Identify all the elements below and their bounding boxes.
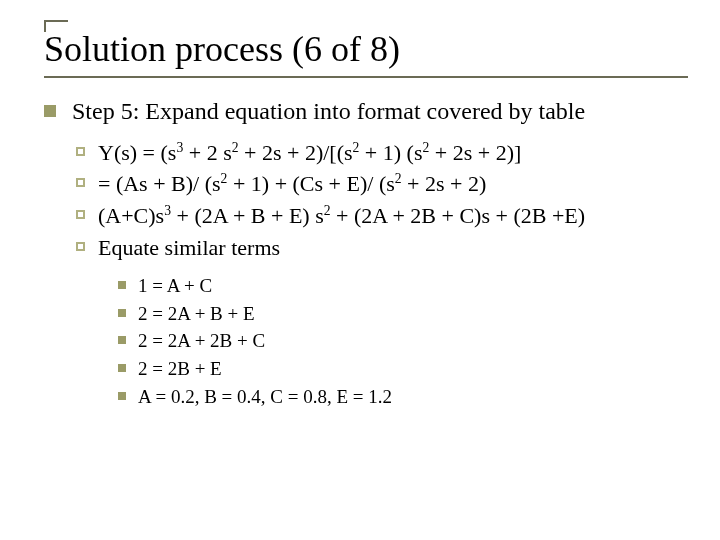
step-heading: Step 5: Expand equation into format cove…	[72, 98, 585, 124]
eq2-b: + 1) + (Cs + E)/ (s	[227, 171, 394, 196]
term-4: 2 = 2B + E	[116, 355, 688, 383]
eq1-b: + 2 s	[183, 140, 231, 165]
slide: Solution process (6 of 8) Step 5: Expand…	[0, 0, 720, 540]
sup-2: 2	[232, 139, 239, 154]
step-item: Step 5: Expand equation into format cove…	[44, 96, 688, 410]
equation-2: = (As + B)/ (s2 + 1) + (Cs + E)/ (s2 + 2…	[72, 169, 688, 199]
eq3-a: (A+C)s	[98, 203, 164, 228]
term-5: A = 0.2, B = 0.4, C = 0.8, E = 1.2	[116, 383, 688, 411]
term-3: 2 = 2A + 2B + C	[116, 327, 688, 355]
level1-list: Step 5: Expand equation into format cove…	[44, 96, 688, 410]
term-2: 2 = 2A + B + E	[116, 300, 688, 328]
page-title: Solution process (6 of 8)	[44, 30, 688, 70]
eq2-a: = (As + B)/ (s	[98, 171, 221, 196]
equation-3: (A+C)s3 + (2A + B + E) s2 + (2A + 2B + C…	[72, 201, 688, 231]
level3-list: 1 = A + C 2 = 2A + B + E 2 = 2A + 2B + C…	[116, 272, 688, 410]
level2-list: Y(s) = (s3 + 2 s2 + 2s + 2)/[(s2 + 1) (s…	[72, 138, 688, 410]
eq3-b: + (2A + B + E) s	[171, 203, 324, 228]
equate-terms: Equate similar terms 1 = A + C 2 = 2A + …	[72, 233, 688, 410]
term-1: 1 = A + C	[116, 272, 688, 300]
sup-2: 2	[324, 203, 331, 218]
eq1-c: + 2s + 2)/[(s	[239, 140, 353, 165]
equate-label: Equate similar terms	[98, 235, 280, 260]
eq1-e: + 2s + 2)]	[429, 140, 521, 165]
equation-1: Y(s) = (s3 + 2 s2 + 2s + 2)/[(s2 + 1) (s…	[72, 138, 688, 168]
title-container: Solution process (6 of 8)	[44, 16, 688, 78]
eq1-d: + 1) (s	[359, 140, 422, 165]
sup-3: 3	[164, 203, 171, 218]
eq3-c: + (2A + 2B + C)s + (2B +E)	[331, 203, 586, 228]
eq1-a: Y(s) = (s	[98, 140, 176, 165]
sup-2: 2	[395, 171, 402, 186]
body: Step 5: Expand equation into format cove…	[44, 96, 688, 410]
eq2-c: + 2s + 2)	[402, 171, 487, 196]
